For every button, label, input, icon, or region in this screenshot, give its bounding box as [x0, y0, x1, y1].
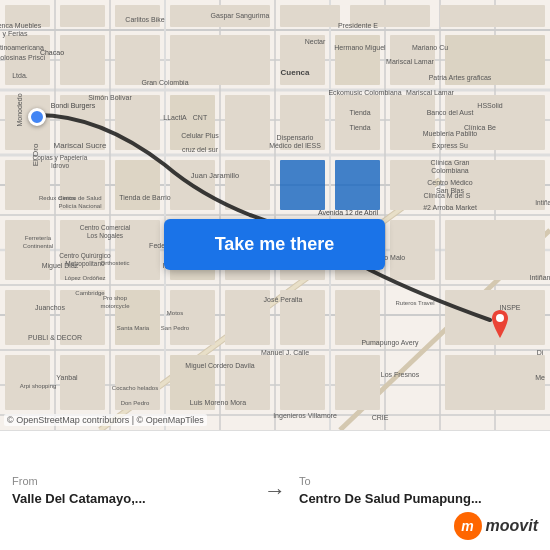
svg-text:Monodedo: Monodedo — [16, 93, 23, 126]
svg-rect-44 — [115, 95, 160, 150]
from-location: From Valle Del Catamayo,... — [12, 475, 251, 506]
svg-text:Santa Maria: Santa Maria — [117, 325, 150, 331]
svg-text:Cuenca: Cuenca — [281, 68, 310, 77]
bottom-bar: From Valle Del Catamayo,... → To Centro … — [0, 430, 550, 550]
svg-rect-55 — [225, 160, 270, 210]
svg-rect-33 — [440, 5, 545, 27]
svg-text:Patria Artes graficas: Patria Artes graficas — [429, 74, 492, 82]
svg-text:Continental: Continental — [23, 243, 53, 249]
svg-text:Intiñan: Intiñan — [529, 274, 550, 281]
svg-rect-53 — [115, 160, 160, 210]
svg-text:Me: Me — [535, 374, 545, 381]
start-location-marker — [28, 108, 46, 126]
svg-text:Juanchos: Juanchos — [35, 304, 65, 311]
svg-rect-36 — [115, 35, 160, 85]
svg-rect-28 — [60, 5, 105, 27]
svg-text:Mariscal Sucre: Mariscal Sucre — [54, 141, 107, 150]
svg-text:Don Pedro: Don Pedro — [121, 400, 150, 406]
svg-text:Ferretería: Ferretería — [25, 235, 52, 241]
svg-text:Hermano Miguel: Hermano Miguel — [334, 44, 386, 52]
map-attribution: © OpenStreetMap contributors | © OpenMap… — [4, 414, 207, 426]
svg-text:San Blas: San Blas — [436, 187, 465, 194]
svg-text:Metropolitano: Metropolitano — [65, 260, 105, 268]
svg-text:Manuel J. Calle: Manuel J. Calle — [261, 349, 309, 356]
svg-text:López Ordóñez: López Ordóñez — [64, 275, 105, 281]
svg-rect-75 — [335, 290, 380, 345]
svg-rect-83 — [335, 355, 380, 410]
svg-text:José Peralta: José Peralta — [264, 296, 303, 303]
to-location: To Centro De Salud Pumapung... — [299, 475, 538, 506]
svg-text:Mueblería Pablito: Mueblería Pablito — [423, 130, 478, 137]
svg-text:Chacao: Chacao — [40, 49, 64, 56]
svg-text:Arpi shopping: Arpi shopping — [20, 383, 57, 389]
svg-rect-82 — [280, 355, 325, 410]
svg-text:Clínica Gran: Clínica Gran — [431, 159, 470, 166]
svg-text:Los Nogales: Los Nogales — [87, 232, 124, 240]
svg-text:Policía Nacional: Policía Nacional — [58, 203, 101, 209]
svg-text:Ltda.: Ltda. — [12, 72, 28, 79]
svg-text:Cuenca Muebles: Cuenca Muebles — [0, 22, 42, 29]
svg-text:Centro Quirúrgico: Centro Quirúrgico — [59, 252, 111, 260]
svg-rect-39 — [335, 35, 380, 85]
svg-rect-49 — [390, 95, 435, 150]
svg-rect-37 — [170, 35, 270, 85]
svg-text:Di: Di — [537, 349, 544, 356]
svg-text:Motos: Motos — [167, 310, 183, 316]
svg-text:Colombiana: Colombiana — [431, 167, 468, 174]
svg-text:Banco del Aust: Banco del Aust — [427, 109, 474, 116]
svg-text:Golosinas Prisci: Golosinas Prisci — [0, 54, 46, 61]
svg-text:Idrovo: Idrovo — [51, 162, 69, 169]
svg-text:HSSolid: HSSolid — [477, 102, 502, 109]
svg-text:Simón Bolívar: Simón Bolívar — [88, 94, 132, 101]
svg-text:Mariano Cu: Mariano Cu — [412, 44, 448, 51]
svg-text:Pro shop: Pro shop — [103, 295, 128, 301]
svg-rect-84 — [445, 355, 545, 410]
svg-text:Mariscal Lamar: Mariscal Lamar — [386, 58, 435, 65]
svg-text:Redux clínica: Redux clínica — [39, 195, 76, 201]
svg-text:cruz del sur: cruz del sur — [182, 146, 219, 153]
svg-rect-78 — [60, 355, 105, 410]
svg-text:Dispensario: Dispensario — [277, 134, 314, 142]
svg-rect-56 — [280, 160, 325, 210]
svg-text:Ruteros Travel: Ruteros Travel — [395, 300, 434, 306]
moovit-name: moovit — [486, 517, 538, 535]
end-location-marker — [488, 310, 512, 346]
moovit-icon: m — [454, 512, 482, 540]
svg-text:Presidente E: Presidente E — [338, 22, 378, 29]
svg-text:Cocacho helados: Cocacho helados — [112, 385, 158, 391]
svg-text:Luis Moreno Mora: Luis Moreno Mora — [190, 399, 247, 406]
svg-text:PUBLI & DECOR: PUBLI & DECOR — [28, 334, 82, 341]
svg-text:Orthostetic: Orthostetic — [100, 260, 129, 266]
svg-text:Gaspar Sangurima: Gaspar Sangurima — [211, 12, 270, 20]
svg-text:Tienda de Barrio: Tienda de Barrio — [119, 194, 171, 201]
svg-text:Celular Plus: Celular Plus — [181, 132, 219, 139]
svg-text:Pumapungo Avery: Pumapungo Avery — [361, 339, 419, 347]
svg-text:motorcycle: motorcycle — [100, 303, 130, 309]
svg-rect-48 — [335, 95, 380, 150]
svg-rect-35 — [60, 35, 105, 85]
svg-rect-67 — [390, 220, 435, 280]
svg-text:Centro Comercial: Centro Comercial — [80, 224, 131, 231]
svg-rect-46 — [225, 95, 270, 150]
map-container: Carlitos Bike Gaspar Sangurima Hermano M… — [0, 0, 550, 430]
svg-text:y Ferias: y Ferias — [3, 30, 28, 38]
svg-text:LLactlA: LLactlA — [163, 114, 187, 121]
moovit-logo: m moovit — [454, 512, 538, 540]
svg-text:Latinoamericana: Latinoamericana — [0, 44, 44, 51]
svg-text:Los Fresnos: Los Fresnos — [381, 371, 420, 378]
svg-text:Avenida 12 de Abril: Avenida 12 de Abril — [318, 209, 379, 216]
to-label: To — [299, 475, 538, 487]
svg-text:Ingenieros Villamore: Ingenieros Villamore — [273, 412, 337, 420]
svg-text:#2 Arroba Market: #2 Arroba Market — [423, 204, 477, 211]
svg-rect-57 — [335, 160, 380, 210]
svg-text:Gran Colombia: Gran Colombia — [141, 79, 188, 86]
svg-text:Médico del IESS: Médico del IESS — [269, 142, 321, 149]
map-background: Carlitos Bike Gaspar Sangurima Hermano M… — [0, 0, 550, 430]
svg-rect-72 — [170, 290, 215, 345]
svg-text:Cambridge: Cambridge — [75, 290, 105, 296]
svg-text:San Pedro: San Pedro — [161, 325, 190, 331]
svg-text:Eckomusic Colombiana: Eckomusic Colombiana — [328, 89, 401, 96]
svg-text:Juan Jaramillo: Juan Jaramillo — [191, 171, 239, 180]
take-me-there-button[interactable]: Take me there — [164, 219, 385, 270]
svg-text:Yanbal: Yanbal — [56, 374, 78, 381]
